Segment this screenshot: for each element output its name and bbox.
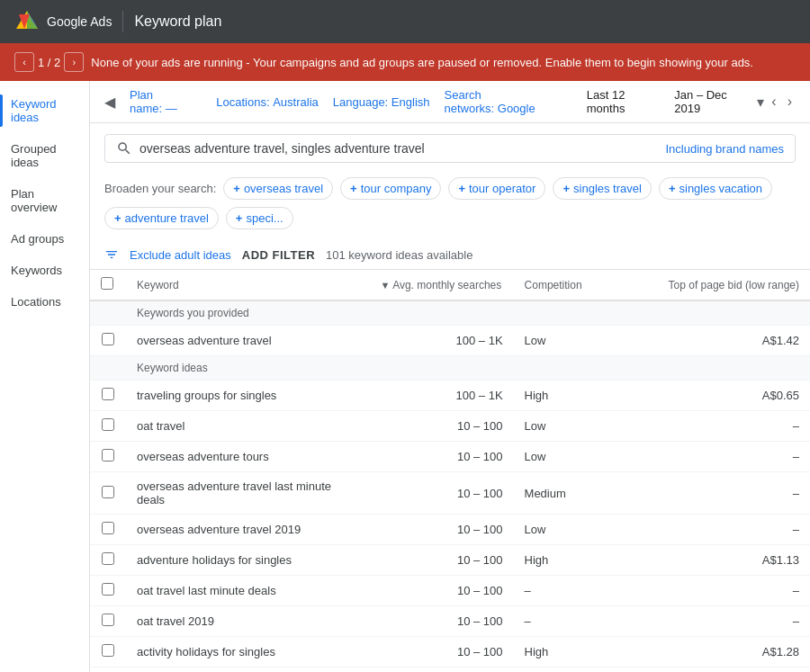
alert-prev-button[interactable]: ‹ [14, 52, 34, 72]
alert-counter: 1 / 2 [38, 56, 60, 69]
sidebar-item-plan-overview-label: Plan overview [11, 187, 78, 214]
sort-down-icon: ▼ [381, 280, 391, 291]
keyword-cell: oat travel last minute deals [126, 576, 370, 606]
table-row: overseas adventure travel 100 – 1K Low A… [90, 326, 810, 356]
broaden-chip-2[interactable]: + tour operator [448, 177, 545, 200]
col-header-top-bid: Top of page bid (low range) [658, 270, 810, 300]
row-checkbox-cell[interactable] [90, 381, 126, 411]
sidebar-item-grouped-ideas-label: Grouped ideas [11, 142, 78, 169]
broaden-chip-0[interactable]: + overseas travel [223, 177, 333, 200]
row-checkbox-cell[interactable] [90, 576, 126, 606]
brand-names-label[interactable]: Including brand names [665, 142, 784, 156]
monthly-searches-cell: 10 – 100 [370, 442, 514, 472]
top-bid-cell: A$1.28 [658, 637, 810, 668]
row-checkbox-cell[interactable] [90, 637, 126, 668]
monthly-searches-cell: 10 – 100 [370, 576, 514, 606]
keyword-cell: oat travel 2019 [126, 606, 370, 637]
sidebar: Keyword ideas Grouped ideas Plan overvie… [0, 81, 90, 672]
network-item: Search networks: Google [445, 88, 572, 115]
row-checkbox[interactable] [102, 418, 114, 431]
sidebar-item-locations[interactable]: Locations [0, 286, 89, 318]
competition-cell: – [514, 576, 658, 606]
keyword-table: Keyword ▼ Avg. monthly searches Competit… [90, 270, 810, 672]
table-section-header: Keyword ideas [90, 356, 810, 381]
language-item: Language: English [333, 95, 430, 109]
keyword-cell: traveling groups for singles [126, 381, 370, 411]
filter-icon [104, 247, 119, 262]
sidebar-item-ad-groups[interactable]: Ad groups [0, 223, 89, 255]
row-checkbox[interactable] [102, 333, 114, 345]
competition-cell: High [514, 381, 658, 411]
add-filter-button[interactable]: ADD FILTER [242, 248, 315, 262]
row-checkbox-cell[interactable] [90, 472, 126, 515]
keyword-cell: overseas adventure tours [126, 442, 370, 472]
top-bid-cell: A$0.65 [658, 381, 810, 411]
monthly-searches-cell: 10 – 100 [370, 515, 514, 545]
main-layout: Keyword ideas Grouped ideas Plan overvie… [0, 81, 810, 672]
keyword-cell: overseas adventures [126, 668, 370, 673]
row-checkbox[interactable] [102, 449, 114, 461]
exclude-adult-link[interactable]: Exclude adult ideas [130, 248, 231, 262]
col-header-monthly-searches[interactable]: ▼ Avg. monthly searches [370, 270, 514, 300]
row-checkbox[interactable] [102, 486, 114, 498]
header-divider [122, 11, 123, 32]
keyword-cell: activity holidays for singles [126, 637, 370, 668]
table-row: adventure holidays for singles 10 – 100 … [90, 545, 810, 576]
alert-navigation[interactable]: ‹ 1 / 2 › [14, 52, 84, 72]
app-name: Google Ads [47, 14, 112, 29]
row-checkbox-cell[interactable] [90, 545, 126, 576]
row-checkbox-cell[interactable] [90, 326, 126, 356]
table-row: traveling groups for singles 100 – 1K Hi… [90, 381, 810, 411]
broaden-chip-1[interactable]: + tour company [340, 177, 441, 200]
keyword-cell: oat travel [126, 411, 370, 442]
table-row: overseas adventure travel 2019 10 – 100 … [90, 515, 810, 545]
broaden-search-label: Broaden your search: [104, 182, 216, 195]
row-checkbox[interactable] [102, 388, 114, 400]
table-row: activity holidays for singles 10 – 100 H… [90, 637, 810, 668]
monthly-searches-cell: 100 – 1K [370, 381, 514, 411]
broaden-chip-6[interactable]: + speci... [226, 207, 293, 229]
table-row: oat travel 2019 10 – 100 – – [90, 606, 810, 637]
filter-bar: Exclude adult ideas ADD FILTER 101 keywo… [90, 240, 810, 270]
top-bid-cell: – [658, 606, 810, 637]
alert-next-button[interactable]: › [64, 52, 84, 72]
table-row: overseas adventure tours 10 – 100 Low – [90, 442, 810, 472]
broaden-chip-3[interactable]: + singles travel [553, 177, 651, 200]
date-next-arrow[interactable]: › [784, 92, 796, 112]
top-bid-cell: – [658, 576, 810, 606]
row-checkbox[interactable] [102, 552, 114, 565]
sidebar-item-keywords[interactable]: Keywords [0, 255, 89, 286]
table-row: overseas adventures 10 – 100 Low – [90, 668, 810, 673]
plan-settings-toggle[interactable]: ◀ [104, 94, 115, 111]
monthly-searches-cell: 10 – 100 [370, 606, 514, 637]
broaden-chip-4[interactable]: + singles vacation [659, 177, 772, 200]
row-checkbox-cell[interactable] [90, 411, 126, 442]
row-checkbox[interactable] [102, 522, 114, 534]
broaden-chip-5[interactable]: + adventure travel [104, 207, 219, 229]
sidebar-item-keyword-ideas[interactable]: Keyword ideas [0, 88, 89, 133]
select-all-checkbox[interactable] [101, 277, 113, 290]
row-checkbox[interactable] [102, 644, 114, 657]
sidebar-item-grouped-ideas[interactable]: Grouped ideas [0, 133, 89, 178]
monthly-searches-cell: 10 – 100 [370, 545, 514, 576]
row-checkbox-cell[interactable] [90, 515, 126, 545]
competition-cell: High [514, 545, 658, 576]
date-prev-arrow[interactable]: ‹ [768, 92, 779, 112]
page-title: Keyword plan [134, 13, 221, 30]
keyword-search-box: Including brand names [104, 134, 796, 163]
competition-cell: Low [514, 442, 658, 472]
plan-settings-bar: ◀ Plan name: — Locations: Australia Lang… [90, 81, 810, 123]
row-checkbox-cell[interactable] [90, 606, 126, 637]
content-area: ◀ Plan name: — Locations: Australia Lang… [90, 81, 810, 672]
row-checkbox-cell[interactable] [90, 442, 126, 472]
monthly-searches-cell: 10 – 100 [370, 637, 514, 668]
row-checkbox[interactable] [102, 614, 114, 626]
row-checkbox[interactable] [102, 583, 114, 596]
search-input[interactable] [140, 141, 665, 156]
date-selector[interactable]: Last 12 months Jan – Dec 2019 ▾ ‹ › [587, 88, 796, 115]
competition-cell: Low [514, 515, 658, 545]
table-row: oat travel last minute deals 10 – 100 – … [90, 576, 810, 606]
date-dropdown-icon[interactable]: ▾ [757, 94, 764, 111]
sidebar-item-plan-overview[interactable]: Plan overview [0, 178, 89, 223]
row-checkbox-cell[interactable] [90, 668, 126, 673]
